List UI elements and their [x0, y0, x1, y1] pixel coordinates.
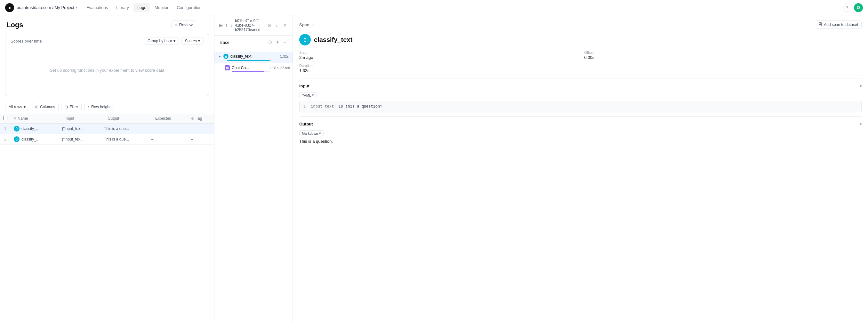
- group-by-dropdown[interactable]: Group by hour ▾: [144, 37, 179, 45]
- table-head: ≡ Name ↓ Input ↑ Output =: [0, 114, 214, 124]
- span-title: classify_text: [314, 36, 352, 43]
- trace-sub-items: ⬜ Chat Co... 1.31s, 33 tok: [222, 64, 292, 74]
- row-output-2: This is a que...: [101, 134, 148, 145]
- trace-sub-item-1[interactable]: ⬜ Chat Co... 1.31s, 33 tok: [222, 64, 292, 74]
- row-height-button[interactable]: ↕ Row height: [84, 103, 114, 111]
- review-button[interactable]: ≡ Review: [171, 21, 196, 29]
- row-name-1: () classify_...: [10, 124, 59, 134]
- output-text: This is a question.: [299, 139, 862, 144]
- trace-label: Trace: [219, 40, 229, 45]
- columns-button[interactable]: ⊞ Columns: [32, 103, 59, 111]
- row-span-icon-1: (): [14, 126, 20, 132]
- trace-sparkle-btn[interactable]: ✦: [275, 39, 280, 46]
- divider-2: [299, 116, 862, 117]
- logs-table-container: ≡ Name ↓ Input ↑ Output =: [0, 114, 214, 322]
- topnav-right: ? O: [843, 3, 863, 12]
- nav-configuration[interactable]: Configuration: [173, 3, 205, 12]
- name-col-icon: ≡: [14, 116, 16, 121]
- col-header-tag: ⊗ Tag: [188, 114, 214, 124]
- nav-monitor[interactable]: Monitor: [151, 3, 172, 12]
- input-format-row: YAML ▾: [299, 92, 862, 98]
- group-by-chevron: ▾: [174, 39, 176, 43]
- output-section-toggle[interactable]: Output ▾: [299, 120, 862, 128]
- row-name-2: () classify_...: [10, 134, 59, 145]
- name-col-label: Name: [18, 116, 28, 121]
- trace-label-left: Trace: [219, 40, 229, 45]
- span-section-label: Span: [299, 23, 310, 27]
- filter-label: Filter: [69, 105, 78, 109]
- span-section-left: Span ⤢: [299, 23, 315, 27]
- input-format-button[interactable]: YAML ▾: [299, 92, 316, 98]
- tag-icon-btn[interactable]: ⊗: [266, 22, 273, 29]
- main-content: Logs ≡ Review ⋯ Scores over time Group b…: [0, 15, 868, 322]
- meta-duration: Duration 1.32s: [299, 64, 577, 73]
- trace-root-name: classify_text: [230, 54, 251, 59]
- span-expand-icon[interactable]: ⤢: [312, 23, 315, 27]
- scores-title: Scores over time: [10, 39, 42, 43]
- table-toolbar: All rows ▾ ⊞ Columns ⊟ Filter ↕ Row heig…: [0, 100, 214, 114]
- trace-panel: ⊞ ↑ ↓ b01be71e-9fff-41be-8327-b255170eae…: [214, 15, 293, 322]
- project-chevron: ▾: [75, 5, 78, 10]
- scores-chevron: ▾: [198, 39, 200, 43]
- expected-col-icon: =: [151, 116, 154, 121]
- span-panel: Span ⤢ 🗄 Add span to dataset () classify…: [293, 15, 868, 322]
- span-big-icon: (): [299, 34, 311, 45]
- output-format-label: Markdown: [302, 132, 318, 135]
- group-by-label: Group by hour: [148, 39, 172, 43]
- close-icon-btn[interactable]: ✕: [282, 22, 288, 29]
- all-rows-button[interactable]: All rows ▾: [5, 103, 29, 111]
- trace-collapse-btn[interactable]: ←: [282, 39, 288, 46]
- input-format-chevron: ▾: [312, 93, 314, 97]
- meta-offset-val: 0.00s: [584, 55, 595, 60]
- add-span-button[interactable]: 🗄 Add span to dataset: [815, 21, 862, 29]
- output-format-row: Markdown ▾: [299, 130, 862, 136]
- trace-clock-btn[interactable]: ⏱: [267, 39, 273, 46]
- filter-button[interactable]: ⊟ Filter: [61, 103, 82, 111]
- filter-icon: ⊟: [65, 105, 68, 109]
- trace-root-item[interactable]: ▼ () classify_text 1.32s: [214, 52, 292, 63]
- divider-1: [299, 78, 862, 78]
- checkbox-header[interactable]: [0, 114, 10, 124]
- nav-library[interactable]: Library: [112, 3, 133, 12]
- input-section-toggle[interactable]: Input ▾: [299, 82, 862, 90]
- col-header-name: ≡ Name: [10, 114, 59, 124]
- trace-body: ▼ () classify_text 1.32s ⬜ Chat Co: [214, 49, 292, 322]
- header-actions: ≡ Review ⋯: [171, 21, 208, 29]
- row-tag-1: –: [188, 124, 214, 134]
- table-body: 1 () classify_... {"input_tex... This is…: [0, 124, 214, 145]
- user-avatar[interactable]: O: [854, 3, 863, 12]
- row-output-1: This is a que...: [101, 124, 148, 134]
- trace-id-text: b01be71e-9fff-41be-8327-b255170eaecd: [235, 19, 266, 32]
- search-icon-btn[interactable]: ⌕: [275, 22, 280, 29]
- nav-down-btn[interactable]: ↓: [230, 23, 232, 28]
- project-name: braintrustdata.com / My Project: [17, 5, 74, 10]
- row-span-icon-2: (): [14, 136, 20, 142]
- meta-offset-label: Offset: [584, 51, 862, 55]
- project-selector[interactable]: braintrustdata.com / My Project ▾: [17, 5, 78, 10]
- nav-evaluations[interactable]: Evaluations: [83, 3, 112, 12]
- nav-logs[interactable]: Logs: [133, 3, 150, 12]
- table-row[interactable]: 1 () classify_... {"input_tex... This is…: [0, 124, 214, 134]
- trace-sub-row: ⬜ Chat Co... 1.31s, 33 tok: [225, 65, 290, 70]
- scores-dropdown[interactable]: Scores ▾: [182, 37, 204, 45]
- table-row[interactable]: 2 () classify_... {"input_tex... This is…: [0, 134, 214, 145]
- more-button[interactable]: ⋯: [199, 21, 208, 29]
- restore-icon[interactable]: ⊞: [219, 23, 223, 28]
- output-col-icon: ↑: [104, 116, 106, 121]
- trace-label-right: ⏱ ✦ ←: [267, 39, 288, 46]
- select-all-checkbox[interactable]: [3, 116, 7, 120]
- output-chevron: ▾: [860, 122, 862, 126]
- trace-expand-icon[interactable]: ▼: [218, 55, 221, 58]
- input-chevron: ▾: [860, 84, 862, 88]
- output-format-button[interactable]: Markdown ▾: [299, 130, 323, 136]
- nav-up-btn[interactable]: ↑: [225, 23, 227, 28]
- input-code-sep: :: [334, 104, 338, 109]
- input-code-key: input_text: [311, 104, 334, 109]
- span-title-row: () classify_text: [299, 34, 862, 45]
- help-button[interactable]: ?: [843, 3, 851, 12]
- meta-duration-label: Duration: [299, 64, 577, 68]
- input-col-label: Input: [66, 116, 74, 121]
- span-meta-grid: Start 2m ago Offset 0.00s Duration 1.32s: [299, 51, 862, 73]
- columns-icon: ⊞: [35, 105, 38, 109]
- row-height-label: Row height: [91, 105, 111, 109]
